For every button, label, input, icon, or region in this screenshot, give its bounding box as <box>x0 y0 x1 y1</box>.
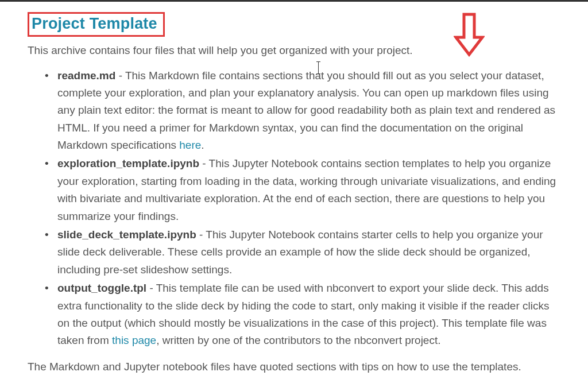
file-name: exploration_template.ipynb <box>57 157 199 169</box>
file-desc: - This Markdown file contains sections t… <box>57 69 555 152</box>
file-desc-after: . <box>201 139 204 151</box>
file-name: slide_deck_template.ipynb <box>57 229 196 241</box>
file-name: output_toggle.tpl <box>57 282 146 294</box>
file-list: readme.md - This Markdown file contains … <box>28 67 560 350</box>
list-item: exploration_template.ipynb - This Jupyte… <box>55 155 560 225</box>
file-name: readme.md <box>57 69 115 82</box>
heading-highlight-box: Project Template <box>28 12 165 37</box>
this-page-link[interactable]: this page <box>112 334 156 346</box>
footer-paragraph: The Markdown and Jupyter notebook files … <box>28 359 560 376</box>
document-content: Project Template This archive contains f… <box>0 2 588 386</box>
text-cursor-icon <box>318 61 319 74</box>
list-item: readme.md - This Markdown file contains … <box>55 67 560 154</box>
file-desc-after: , written by one of the contributors to … <box>156 334 440 346</box>
markdown-here-link[interactable]: here <box>179 139 201 151</box>
list-item: output_toggle.tpl - This template file c… <box>55 280 560 350</box>
page-title: Project Template <box>32 15 157 33</box>
list-item: slide_deck_template.ipynb - This Jupyter… <box>55 226 560 278</box>
arrow-down-icon <box>454 12 485 59</box>
